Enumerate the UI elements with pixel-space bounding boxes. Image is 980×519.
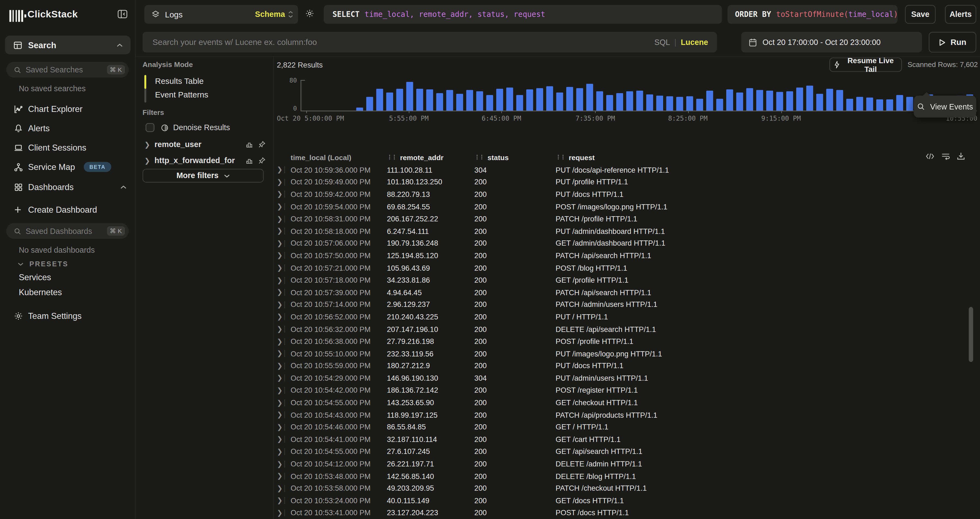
lucene-mode-toggle[interactable]: Lucene — [681, 38, 708, 46]
table-row[interactable]: ❯Oct 20 10:53:48.000 PM142.56.85.140200D… — [277, 470, 974, 482]
sidebar-item-client-sessions[interactable]: Client Sessions — [0, 141, 135, 154]
expand-row-button[interactable]: ❯ — [277, 264, 285, 271]
more-filters-button[interactable]: More filters — [142, 169, 264, 183]
table-row[interactable]: ❯Oct 20 10:54:43.000 PM118.99.197.125200… — [277, 409, 974, 421]
table-row[interactable]: ❯Oct 20 10:54:29.000 PM146.96.190.130304… — [277, 372, 974, 384]
sidebar-item-alerts[interactable]: Alerts — [0, 121, 135, 135]
table-row[interactable]: ❯Oct 20 10:58:18.000 PM6.247.54.111200PU… — [277, 225, 974, 237]
table-row[interactable]: ❯Oct 20 10:59:49.000 PM101.180.123.25020… — [277, 176, 974, 188]
chart-icon[interactable] — [245, 157, 253, 164]
source-settings-gear-icon[interactable] — [305, 9, 314, 18]
drag-grip-icon[interactable]: ⋮⋮ — [474, 154, 484, 160]
wrap-lines-icon[interactable] — [941, 152, 950, 160]
table-row[interactable]: ❯Oct 20 10:56:32.000 PM207.147.196.10200… — [277, 323, 974, 335]
drag-grip-icon[interactable]: ⋮⋮ — [555, 154, 565, 160]
expand-row-button[interactable]: ❯ — [277, 252, 285, 259]
expand-row-button[interactable]: ❯ — [277, 460, 285, 467]
table-row[interactable]: ❯Oct 20 10:57:14.000 PM2.96.129.237200PA… — [277, 298, 974, 311]
table-row[interactable]: ❯Oct 20 10:57:06.000 PM190.79.136.248200… — [277, 237, 974, 250]
order-by-input[interactable]: ORDER BY toStartOfMinute( time_local ) D — [727, 5, 897, 24]
saved-dashboards-input[interactable]: Saved Dashboards ⌘ K — [6, 223, 129, 239]
expand-row-button[interactable]: ❯ — [277, 228, 285, 234]
table-row[interactable]: ❯Oct 20 10:53:58.000 PM49.203.209.95200P… — [277, 482, 974, 495]
create-dashboard-button[interactable]: Create Dashboard — [0, 202, 135, 217]
table-row[interactable]: ❯Oct 20 10:54:55.000 PM143.253.65.90200G… — [277, 396, 974, 409]
expand-row-button[interactable]: ❯ — [277, 301, 285, 308]
expand-row-button[interactable]: ❯ — [277, 387, 285, 394]
table-row[interactable]: ❯Oct 20 10:55:10.000 PM232.33.119.56200P… — [277, 347, 974, 360]
expand-row-button[interactable]: ❯ — [277, 289, 285, 296]
expand-row-button[interactable]: ❯ — [277, 240, 285, 247]
table-row[interactable]: ❯Oct 20 10:56:52.000 PM210.240.43.225200… — [277, 311, 974, 323]
table-row[interactable]: ❯Oct 20 10:54:12.000 PM26.221.197.71200D… — [277, 458, 974, 470]
sidebar-item-search[interactable]: Search — [5, 36, 130, 54]
expand-row-button[interactable]: ❯ — [277, 363, 285, 369]
table-row[interactable]: ❯Oct 20 10:53:24.000 PM40.0.115.149200GE… — [277, 495, 974, 507]
filter-field-http_x_forwarded_for[interactable]: ❯http_x_forwarded_for — [142, 154, 266, 167]
table-row[interactable]: ❯Oct 20 10:58:31.000 PM206.167.252.22200… — [277, 213, 974, 225]
table-row[interactable]: ❯Oct 20 10:54:55.000 PM27.6.107.245200GE… — [277, 446, 974, 458]
table-row[interactable]: ❯Oct 20 10:57:21.000 PM105.96.43.69200PO… — [277, 262, 974, 274]
expand-row-button[interactable]: ❯ — [277, 375, 285, 382]
expand-row-button[interactable]: ❯ — [277, 350, 285, 357]
save-button[interactable]: Save — [905, 5, 935, 24]
expand-row-button[interactable]: ❯ — [277, 314, 285, 320]
expand-row-button[interactable]: ❯ — [277, 338, 285, 345]
column-header-request[interactable]: ⋮⋮request — [555, 154, 974, 161]
chart-plot-area[interactable] — [306, 81, 977, 111]
expand-row-button[interactable]: ❯ — [277, 215, 285, 222]
expand-row-button[interactable]: ❯ — [277, 277, 285, 283]
mode-results-table[interactable]: Results Table — [155, 76, 204, 86]
sql-mode-toggle[interactable]: SQL — [654, 38, 670, 46]
table-row[interactable]: ❯Oct 20 10:53:41.000 PM23.127.204.223200… — [277, 507, 974, 519]
saved-searches-input[interactable]: Saved Searches ⌘ K — [6, 62, 129, 77]
vertical-scrollbar-thumb[interactable] — [969, 307, 973, 362]
filter-field-remote_user[interactable]: ❯remote_user — [142, 138, 266, 151]
denoise-checkbox[interactable] — [146, 123, 154, 132]
expand-row-button[interactable]: ❯ — [277, 191, 285, 198]
time-range-picker[interactable]: Oct 20 17:00:00 - Oct 20 23:00:00 — [741, 32, 922, 53]
table-row[interactable]: ❯Oct 20 10:54:46.000 PM86.55.84.85200GET… — [277, 421, 974, 433]
sidebar-item-chart-explorer[interactable]: Chart Explorer — [0, 102, 135, 116]
expand-row-button[interactable]: ❯ — [277, 436, 285, 443]
table-row[interactable]: ❯Oct 20 10:55:59.000 PM180.27.212.9200PU… — [277, 360, 974, 372]
search-input[interactable]: Search your events w/ Lucene ex. column:… — [142, 32, 717, 53]
expand-row-button[interactable]: ❯ — [277, 399, 285, 406]
expand-row-button[interactable]: ❯ — [277, 473, 285, 479]
table-row[interactable]: ❯Oct 20 10:57:50.000 PM125.194.85.120200… — [277, 250, 974, 262]
mode-event-patterns[interactable]: Event Patterns — [155, 90, 208, 99]
schema-link[interactable]: Schema — [255, 10, 285, 19]
code-view-icon[interactable] — [926, 152, 934, 160]
events-histogram[interactable]: 80 0 Oct 20 5:00:00 PM5:55:00 PM6:45:00 … — [277, 76, 980, 123]
presets-section-toggle[interactable]: PRESETS — [18, 260, 68, 267]
column-header-time-local[interactable]: time_local (Local) — [291, 154, 387, 161]
resume-live-tail-button[interactable]: Resume Live Tail — [829, 57, 902, 72]
drag-grip-icon[interactable]: ⋮⋮ — [387, 154, 396, 160]
sidebar-item-dashboards[interactable]: Dashboards — [0, 180, 135, 194]
pin-icon[interactable] — [258, 141, 266, 148]
table-row[interactable]: ❯Oct 20 10:54:41.000 PM32.187.110.114200… — [277, 433, 974, 446]
expand-row-button[interactable]: ❯ — [277, 424, 285, 430]
table-row[interactable]: ❯Oct 20 10:56:38.000 PM27.79.216.198200P… — [277, 335, 974, 347]
pin-icon[interactable] — [258, 157, 266, 164]
expand-row-button[interactable]: ❯ — [277, 166, 285, 173]
chart-icon[interactable] — [245, 141, 253, 148]
alerts-button[interactable]: Alerts — [945, 5, 976, 24]
run-button[interactable]: Run — [929, 32, 976, 53]
table-row[interactable]: ❯Oct 20 10:59:54.000 PM69.68.254.55200PO… — [277, 201, 974, 213]
denoise-results-toggle[interactable]: Denoise Results — [146, 123, 230, 132]
expand-row-button[interactable]: ❯ — [277, 326, 285, 333]
preset-item-kubernetes[interactable]: Kubernetes — [19, 288, 62, 297]
sidebar-item-service-map[interactable]: Service Map BETA — [0, 160, 135, 174]
column-header-remote-addr[interactable]: ⋮⋮remote_addr — [387, 154, 474, 161]
table-row[interactable]: ❯Oct 20 10:57:18.000 PM34.233.81.86200GE… — [277, 274, 974, 286]
expand-row-button[interactable]: ❯ — [277, 178, 285, 185]
source-selector[interactable]: Logs Schema — [144, 5, 298, 24]
expand-row-button[interactable]: ❯ — [277, 411, 285, 418]
expand-row-button[interactable]: ❯ — [277, 485, 285, 492]
select-clause-input[interactable]: SELECT time_local, remote_addr, status, … — [324, 5, 722, 24]
download-icon[interactable] — [957, 152, 965, 160]
expand-row-button[interactable]: ❯ — [277, 448, 285, 455]
sidebar-collapse-icon[interactable] — [118, 9, 128, 19]
expand-row-button[interactable]: ❯ — [277, 509, 285, 516]
